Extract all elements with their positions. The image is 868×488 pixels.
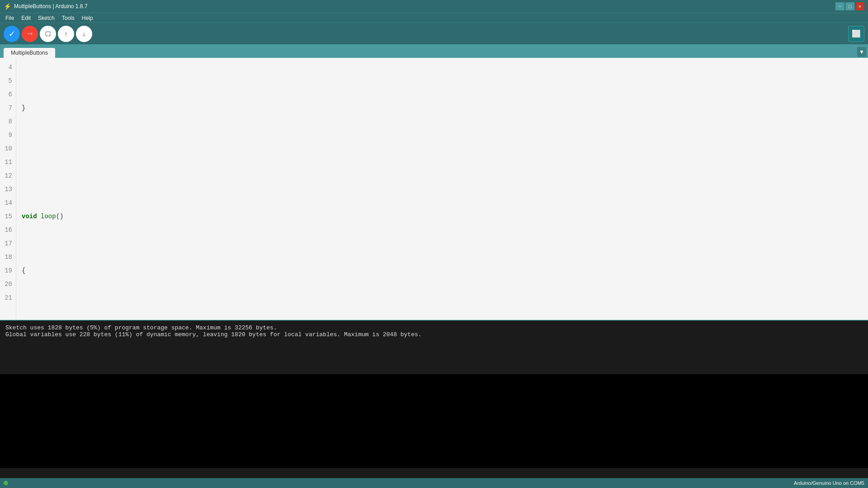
board-info: Arduino/Genuino Uno on COM5 [794, 480, 864, 486]
new-button[interactable]: ☐ [40, 26, 56, 42]
console-output: Sketch uses 1828 bytes (5%) of program s… [0, 320, 868, 374]
code-line-5 [22, 155, 863, 169]
code-content[interactable]: } void loop() { int value = analogRead(A… [16, 58, 868, 320]
console-line-2: Global variables use 228 bytes (11%) of … [5, 331, 863, 338]
menu-sketch[interactable]: Sketch [34, 14, 58, 22]
upload-button[interactable]: → [22, 26, 38, 42]
minimize-button[interactable]: − [835, 2, 844, 10]
menu-edit[interactable]: Edit [18, 14, 34, 22]
statusbar-left [4, 481, 8, 485]
serial-monitor-button[interactable]: ⬜ [848, 26, 864, 42]
status-indicator [4, 481, 8, 485]
titlebar: ⚡ MultipleButtons | Arduino 1.8.7 − □ × [0, 0, 868, 13]
tabbar: MultipleButtons ▼ [0, 44, 868, 58]
window-title: MultipleButtons | Arduino 1.8.7 [14, 3, 88, 9]
statusbar: Arduino/Genuino Uno on COM5 [0, 478, 868, 488]
line-numbers: 4 5 6 7 8 9 10 11 12 13 14 15 16 17 18 1… [0, 58, 16, 320]
menu-tools[interactable]: Tools [58, 14, 78, 22]
tabbar-right: ▼ [857, 47, 868, 58]
menu-file[interactable]: File [2, 14, 18, 22]
save-button[interactable]: ↓ [76, 26, 92, 42]
maximize-button[interactable]: □ [845, 2, 854, 10]
toolbar: ✓ → ☐ ↑ ↓ ⬜ [0, 23, 868, 44]
code-line-6: void loop() [22, 210, 863, 223]
menubar: File Edit Sketch Tools Help [0, 13, 868, 23]
code-editor[interactable]: 4 5 6 7 8 9 10 11 12 13 14 15 16 17 18 1… [0, 58, 868, 320]
close-button[interactable]: × [855, 2, 864, 10]
code-line-4: } [22, 101, 863, 115]
verify-button[interactable]: ✓ [4, 26, 20, 42]
tab-multiplebuttons[interactable]: MultipleButtons [4, 48, 55, 58]
console-line-1: Sketch uses 1828 bytes (5%) of program s… [5, 324, 863, 331]
app-icon: ⚡ [4, 3, 11, 10]
code-line-7: { [22, 264, 863, 277]
bottom-area [0, 374, 868, 468]
tab-scroll-button[interactable]: ▼ [857, 47, 866, 57]
titlebar-left: ⚡ MultipleButtons | Arduino 1.8.7 [4, 3, 88, 10]
code-line-8: int value = analogRead(A1); [22, 318, 863, 320]
menu-help[interactable]: Help [78, 14, 97, 22]
open-button[interactable]: ↑ [58, 26, 74, 42]
titlebar-controls: − □ × [835, 2, 864, 10]
